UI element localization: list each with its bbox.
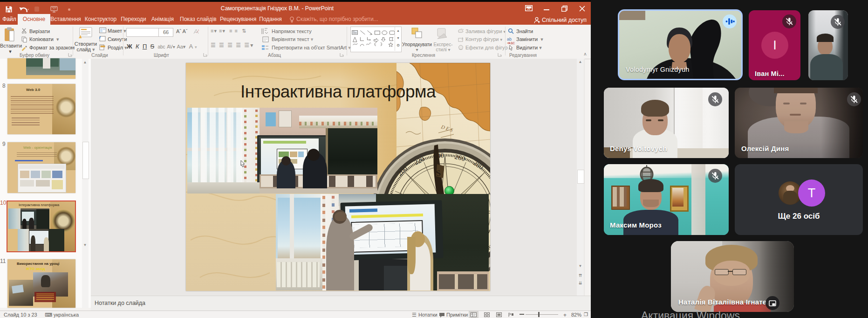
svg-text:D E S: D E S bbox=[440, 124, 454, 133]
